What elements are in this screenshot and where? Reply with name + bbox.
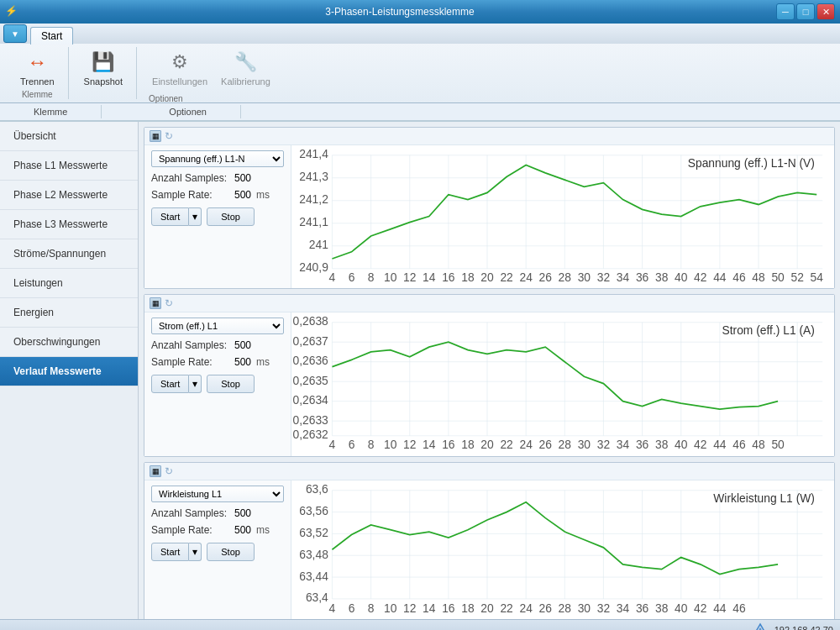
chart-1-area: 241,4 241,3 241,2 241,1 241 240,9 4 6 8 … [291,145,834,288]
svg-text:36: 36 [636,438,649,451]
svg-text:42: 42 [694,270,707,284]
sidebar-item-energien[interactable]: Energien [0,298,138,328]
svg-text:20: 20 [480,270,494,284]
window-title: 3-Phasen-Leistungsmessklemme [24,6,776,18]
chart-1-start-button[interactable]: Start [151,207,189,226]
svg-text:40: 40 [675,270,688,284]
svg-text:Spannung (eff.) L1-N (V): Spannung (eff.) L1-N (V) [688,156,815,170]
sidebar-item-phase-l3[interactable]: Phase L3 Messwerte [0,210,138,239]
sidebar-item-uebersicht[interactable]: Übersicht [0,122,138,151]
snapshot-icon: 💾 [90,49,117,76]
sidebar-item-verlauf[interactable]: Verlauf Messwerte [0,357,138,386]
chart-2-btn-row: Start ▾ Stop [151,375,284,393]
svg-text:14: 14 [423,601,436,615]
svg-text:30: 30 [578,438,591,451]
chart-3-samplerate-label: Sample Rate: [151,524,231,536]
svg-text:28: 28 [559,270,572,284]
einstellungen-button[interactable]: ⚙ Einstellungen [149,47,211,88]
chart-1-select[interactable]: Spannung (eff.) L1-N Spannung (eff.) L2-… [151,150,284,167]
chart-2-samplerate-label: Sample Rate: [151,356,231,368]
chart-1-anzahl-row: Anzahl Samples: 500 [151,172,284,184]
ribbon-body: ↔ Trennen Klemme 💾 Snapshot ⚙ Einstellun… [0,44,840,103]
chart-1-anzahl-value: 500 [234,172,251,184]
svg-text:Strom (eff.) L1 (A): Strom (eff.) L1 (A) [722,323,815,337]
panel-3-refresh-icon[interactable]: ↻ [165,465,176,477]
tab-start[interactable]: Start [30,27,73,45]
snapshot-button[interactable]: 💾 Snapshot [81,47,126,88]
svg-text:0,2632: 0,2632 [293,428,329,441]
panel-2-refresh-icon[interactable]: ↻ [165,297,176,309]
main-container: Übersicht Phase L1 Messwerte Phase L2 Me… [0,122,840,619]
svg-text:26: 26 [539,601,553,615]
chart-2-samplerate-value: 500 [234,356,251,368]
chart-panel-2-header: ▦ ↻ [144,295,834,312]
svg-text:8: 8 [368,438,375,451]
chart-3-start-button[interactable]: Start [151,543,189,561]
svg-text:63,44: 63,44 [299,569,328,582]
sidebar-item-leistungen[interactable]: Leistungen [0,269,138,298]
chart-3-stop-button[interactable]: Stop [207,543,255,561]
svg-text:32: 32 [597,601,611,615]
svg-text:241,4: 241,4 [299,147,328,160]
ribbon-tabs: ▼ Start [0,24,840,44]
chart-3-samplerate-unit: ms [256,524,270,536]
svg-text:28: 28 [559,601,572,615]
svg-text:10: 10 [384,438,397,451]
restore-button[interactable]: □ [796,3,815,20]
ribbon-group-trennen: ↔ Trennen Klemme [7,47,69,99]
sidebar-item-phase-l1[interactable]: Phase L1 Messwerte [0,151,138,181]
trennen-button[interactable]: ↔ Trennen [17,47,58,88]
chart-2-stop-button[interactable]: Stop [207,375,255,393]
chart-3-start-group: Start ▾ [151,543,202,561]
ribbon-group-snapshot: 💾 Snapshot [71,47,137,99]
svg-text:28: 28 [559,438,572,451]
kalibrierung-label: Kalibrierung [221,76,270,87]
svg-text:0,2636: 0,2636 [293,354,329,367]
chart-1-start-dropdown[interactable]: ▾ [189,207,202,226]
kalibrierung-button[interactable]: 🔧 Kalibrierung [218,47,274,88]
chart-panel-3: ▦ ↻ Wirkleistung L1 Wirkleistung L2 Wirk… [144,462,835,619]
chart-1-svg: 241,4 241,3 241,2 241,1 241 240,9 4 6 8 … [291,145,834,288]
svg-text:14: 14 [423,438,436,451]
chart-panel-2-body: Strom (eff.) L1 Strom (eff.) L2 Strom (e… [144,312,834,455]
svg-text:241,2: 241,2 [299,192,328,206]
chart-1-stop-button[interactable]: Stop [207,207,255,226]
app-icon: ⚡ [5,5,18,18]
chart-2-select[interactable]: Strom (eff.) L1 Strom (eff.) L2 Strom (e… [151,318,284,334]
svg-text:6: 6 [349,270,355,284]
chart-3-start-dropdown[interactable]: ▾ [189,543,202,561]
sidebar-item-oberschwingungen[interactable]: Oberschwingungen [0,328,138,357]
chart-panel-1-header: ▦ ↻ [144,128,834,145]
ribbon-menu-button[interactable]: ▼ [3,24,27,43]
svg-text:6: 6 [349,601,355,615]
panel-2-icon: ▦ [150,297,161,309]
sidebar-item-stroeme[interactable]: Ströme/Spannungen [0,239,138,269]
svg-text:42: 42 [694,438,707,451]
svg-text:52: 52 [790,270,804,284]
chart-2-start-button[interactable]: Start [151,375,189,393]
sidebar-item-phase-l2[interactable]: Phase L2 Messwerte [0,181,138,210]
titlebar: ⚡ 3-Phasen-Leistungsmessklemme ─ □ ✕ [0,0,840,24]
chart-1-samplerate-unit: ms [256,189,270,201]
chart-3-svg: 63,6 63,56 63,52 63,48 63,44 63,4 4 6 8 … [291,480,834,619]
chart-1-btn-row: Start ▾ Stop [151,207,284,226]
minimize-button[interactable]: ─ [776,3,795,20]
svg-text:22: 22 [500,270,513,284]
chart-3-select[interactable]: Wirkleistung L1 Wirkleistung L2 Wirkleis… [151,486,284,502]
svg-text:240,9: 240,9 [299,260,328,274]
chart-2-start-dropdown[interactable]: ▾ [189,375,202,393]
klemme-group-label: Klemme [22,90,53,99]
section-optionen: Optionen [102,105,241,118]
svg-text:6: 6 [349,438,355,451]
svg-text:63,6: 63,6 [306,482,328,496]
chart-1-samplerate-row: Sample Rate: 500 ms [151,189,284,201]
close-button[interactable]: ✕ [816,3,835,20]
panel-1-refresh-icon[interactable]: ↻ [165,130,176,142]
svg-text:44: 44 [713,601,727,615]
section-klemme: Klemme [0,105,102,118]
chart-2-samplerate-row: Sample Rate: 500 ms [151,356,284,368]
svg-text:0,2635: 0,2635 [293,374,329,387]
chart-3-anzahl-value: 500 [234,507,251,519]
svg-text:4: 4 [329,270,336,284]
svg-text:50: 50 [771,438,785,451]
